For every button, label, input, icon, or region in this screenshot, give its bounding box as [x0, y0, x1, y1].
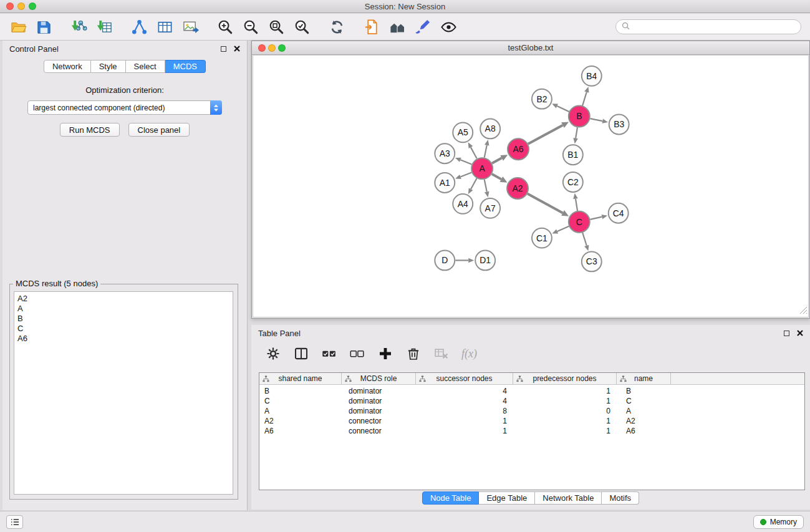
refresh-icon[interactable] [327, 17, 346, 36]
close-window-button[interactable] [6, 2, 14, 10]
graph-node-C[interactable]: C [569, 211, 590, 233]
delete-entry-icon[interactable] [404, 344, 423, 363]
zoom-out-icon[interactable] [241, 17, 260, 36]
graph-edge-C-C4[interactable] [590, 217, 602, 220]
import-network-icon[interactable] [69, 17, 88, 36]
delete-table-icon[interactable] [432, 344, 451, 363]
mcds-result-item[interactable]: B [17, 314, 229, 324]
graph-node-C3[interactable]: C3 [582, 251, 602, 271]
new-table-icon[interactable] [155, 17, 174, 36]
graph-node-D1[interactable]: D1 [475, 251, 495, 271]
tab-node-table[interactable]: Node Table [422, 491, 480, 505]
apply-style-icon[interactable] [413, 17, 432, 36]
add-entry-icon[interactable] [376, 344, 395, 363]
graph-node-C2[interactable]: C2 [563, 172, 583, 192]
graph-edge-A-A1[interactable] [460, 173, 471, 177]
table-row[interactable]: Cdominator41C [259, 396, 804, 406]
float-table-panel-icon[interactable] [784, 331, 789, 336]
graph-node-B3[interactable]: B3 [609, 115, 629, 135]
split-view-icon[interactable] [292, 344, 311, 363]
session-home-icon[interactable] [388, 17, 407, 36]
table-row[interactable]: A6connector11A6 [259, 426, 804, 436]
graph-node-A7[interactable]: A7 [480, 198, 500, 218]
graph-node-A6[interactable]: A6 [508, 138, 529, 160]
task-history-button[interactable] [6, 515, 23, 529]
close-table-panel-x-icon[interactable] [797, 330, 803, 336]
export-image-icon[interactable] [181, 17, 200, 36]
zoom-window-button[interactable] [29, 2, 36, 10]
mcds-result-item[interactable]: A [17, 304, 229, 314]
graph-edge-B-B3[interactable] [590, 118, 602, 121]
graph-node-A[interactable]: A [471, 158, 493, 179]
network-close-button[interactable] [258, 44, 266, 52]
tab-network[interactable]: Network [44, 60, 91, 73]
mcds-result-item[interactable]: A6 [17, 334, 229, 344]
graph-node-A4[interactable]: A4 [453, 194, 473, 214]
network-window-titlebar[interactable]: testGlobe.txt [252, 41, 809, 55]
search-box[interactable] [615, 19, 801, 34]
column-header-name[interactable]: name [617, 373, 671, 384]
graph-node-B1[interactable]: B1 [563, 145, 583, 165]
column-header-mcds-role[interactable]: MCDS role [342, 373, 416, 384]
run-mcds-button[interactable]: Run MCDS [60, 123, 120, 137]
column-header-predecessor-nodes[interactable]: predecessor nodes [513, 373, 617, 384]
open-session-icon[interactable] [9, 17, 27, 36]
graph-node-A2[interactable]: A2 [507, 178, 528, 199]
zoom-in-icon[interactable] [216, 17, 234, 36]
float-panel-icon[interactable] [221, 46, 226, 52]
graph-edge-A-A3[interactable] [460, 160, 471, 164]
tab-select[interactable]: Select [126, 60, 165, 73]
save-session-icon[interactable] [34, 17, 53, 36]
graph-edge-A-A4[interactable] [471, 178, 476, 189]
minimize-window-button[interactable] [17, 2, 25, 10]
function-builder-icon[interactable]: f(x) [461, 347, 477, 360]
table-row[interactable]: Adominator80A [259, 406, 804, 416]
graph-node-B4[interactable]: B4 [582, 66, 602, 86]
tab-mcds[interactable]: MCDS [165, 60, 206, 73]
close-panel-button[interactable]: Close panel [128, 123, 190, 137]
close-panel-x-icon[interactable] [234, 46, 240, 52]
tab-edge-table[interactable]: Edge Table [479, 491, 535, 505]
tab-style[interactable]: Style [91, 60, 126, 73]
graph-edge-A-A2[interactable] [492, 174, 501, 179]
mcds-result-list[interactable]: A2ABCA6 [14, 291, 233, 495]
graph-edge-A-A5[interactable] [471, 147, 477, 158]
tab-network-table[interactable]: Network Table [535, 491, 602, 505]
graph-edge-A6-B[interactable] [528, 125, 563, 144]
graph-node-A3[interactable]: A3 [435, 143, 455, 163]
graph-node-D[interactable]: D [435, 251, 455, 271]
graph-edge-C-C1[interactable] [557, 226, 569, 231]
table-settings-icon[interactable] [264, 344, 282, 363]
tab-motifs[interactable]: Motifs [602, 491, 639, 505]
criterion-dropdown[interactable]: largest connected component (directed) [27, 100, 222, 115]
graph-node-A1[interactable]: A1 [435, 173, 455, 193]
graph-node-B[interactable]: B [569, 106, 590, 127]
select-all-icon[interactable] [320, 344, 339, 363]
new-network-icon[interactable] [130, 17, 148, 36]
export-document-icon[interactable] [362, 17, 381, 36]
graph-node-B2[interactable]: B2 [532, 89, 552, 109]
zoom-selected-icon[interactable] [292, 17, 311, 36]
graph-edge-A-A8[interactable] [485, 145, 487, 158]
network-zoom-button[interactable] [278, 44, 286, 52]
memory-button[interactable]: Memory [753, 515, 804, 529]
graph-edge-C-C3[interactable] [582, 233, 587, 246]
search-input[interactable] [633, 22, 795, 31]
table-row[interactable]: A2connector11A2 [259, 416, 804, 426]
network-minimize-button[interactable] [268, 44, 276, 52]
mcds-result-item[interactable]: A2 [17, 294, 229, 304]
resize-handle-icon[interactable] [799, 306, 808, 316]
graph-edge-B-B4[interactable] [582, 92, 587, 106]
import-table-icon[interactable] [95, 17, 113, 36]
column-header-shared-name[interactable]: shared name [259, 373, 342, 384]
graph-edge-B-B2[interactable] [557, 106, 569, 112]
graph-node-C4[interactable]: C4 [609, 203, 629, 223]
network-canvas[interactable]: B4B2BB3A5A8A6B1A3AA1C2A2A4A7C4C1CC3DD1 [253, 55, 809, 317]
graph-edge-A-A6[interactable] [492, 158, 502, 163]
mcds-result-item[interactable]: C [17, 324, 229, 334]
column-header-successor-nodes[interactable]: successor nodes [416, 373, 513, 384]
table-row[interactable]: Bdominator41B [259, 386, 804, 396]
graph-edge-A2-C[interactable] [528, 194, 563, 213]
graph-node-A5[interactable]: A5 [453, 122, 473, 142]
zoom-fit-icon[interactable] [267, 17, 286, 36]
